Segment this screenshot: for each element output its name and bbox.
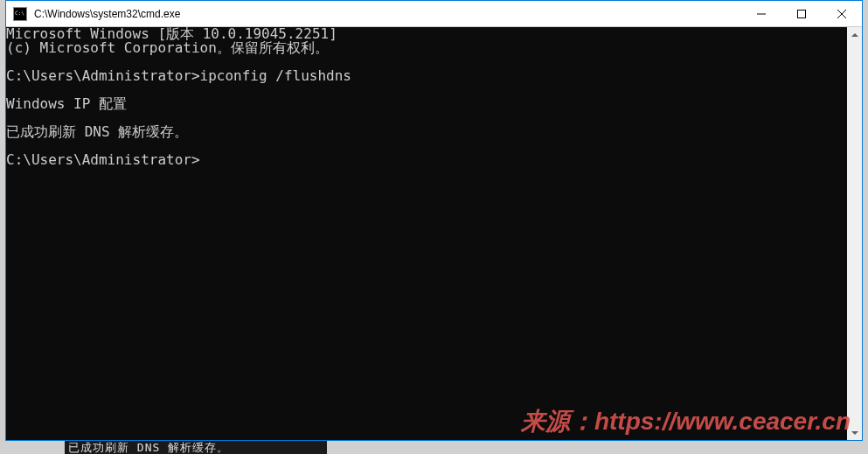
window-controls: [741, 1, 862, 26]
terminal-line: C:\Users\Administrator>: [6, 151, 200, 168]
svg-marker-4: [851, 33, 858, 37]
terminal-line: C:\Users\Administrator>ipconfig /flushdn…: [6, 67, 351, 84]
terminal-line: 已成功刷新 DNS 解析缓存。: [6, 123, 188, 140]
scroll-up-icon[interactable]: [847, 27, 862, 42]
scroll-track[interactable]: [847, 42, 862, 425]
cmd-icon: [13, 7, 27, 21]
cmd-window: C:\Windows\system32\cmd.exe Microsoft Wi…: [5, 0, 863, 441]
window-title: C:\Windows\system32\cmd.exe: [32, 8, 741, 20]
titlebar[interactable]: C:\Windows\system32\cmd.exe: [6, 1, 862, 27]
close-button[interactable]: [822, 1, 862, 26]
terminal-area[interactable]: Microsoft Windows [版本 10.0.19045.2251] (…: [6, 27, 862, 440]
terminal-line: Windows IP 配置: [6, 95, 127, 112]
maximize-button[interactable]: [781, 1, 822, 26]
svg-marker-5: [851, 431, 858, 435]
scrollbar[interactable]: [847, 27, 862, 440]
terminal-line: (c) Microsoft Corporation。保留所有权利。: [6, 39, 329, 56]
terminal-content: Microsoft Windows [版本 10.0.19045.2251] (…: [6, 27, 847, 440]
scroll-down-icon[interactable]: [847, 425, 862, 440]
minimize-button[interactable]: [741, 1, 781, 26]
svg-rect-1: [798, 10, 806, 17]
background-fragment: 已成功刷新 DNS 解析缓存。: [65, 441, 327, 454]
